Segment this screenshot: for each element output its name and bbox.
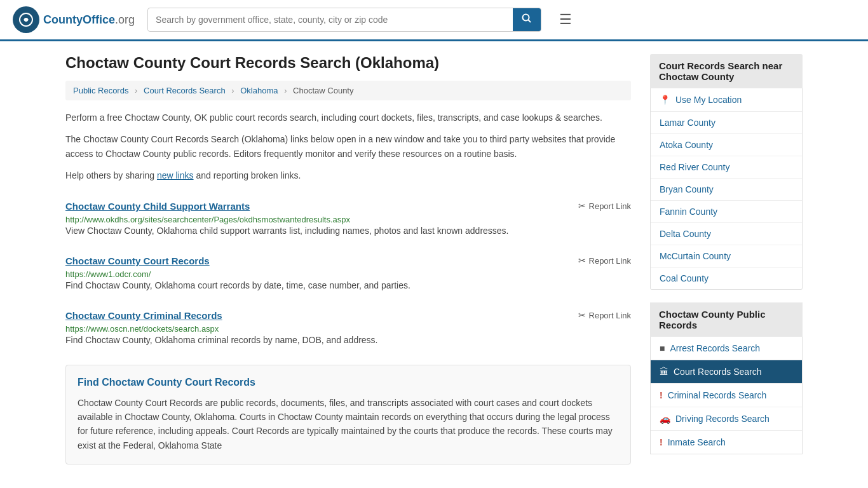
result-url[interactable]: https://www1.odcr.com/ [65,269,151,279]
breadcrumb-link-public-records[interactable]: Public Records [73,86,128,95]
use-my-location-item[interactable]: 📍 Use My Location [651,88,802,112]
inmate-icon: ! [660,437,663,447]
result-item: Choctaw County Criminal Records ✂ Report… [65,310,631,347]
find-section: Find Choctaw County Court Records Chocta… [65,365,631,465]
sidebar-public-list: ■ Arrest Records Search 🏛 Court Records … [650,337,803,454]
sidebar-court-records[interactable]: 🏛 Court Records Search [651,360,802,384]
sidebar: Court Records Search near Choctaw County… [650,54,803,467]
sidebar-county-item[interactable]: Atoka County [651,134,802,156]
sidebar-county-item[interactable]: McCurtain County [651,245,802,268]
logo-text: CountyOffice.org [43,13,135,27]
sidebar-county-item[interactable]: Bryan County [651,179,802,201]
description-block: Perform a free Choctaw County, OK public… [65,111,631,183]
sidebar-public-records-section: Choctaw County Public Records ■ Arrest R… [650,302,803,454]
desc-para-1: Perform a free Choctaw County, OK public… [65,111,631,125]
find-section-title: Find Choctaw County Court Records [78,377,619,388]
svg-line-3 [529,20,531,23]
result-url[interactable]: https://www.oscn.net/dockets/search.aspx [65,324,219,334]
sidebar-criminal-records[interactable]: ! Criminal Records Search [651,384,802,407]
sidebar-driving-records[interactable]: 🚗 Driving Records Search [651,407,802,431]
driving-icon: 🚗 [660,414,670,424]
sidebar-nearby-header: Court Records Search near Choctaw County [650,54,803,88]
sidebar-nearby-list: 📍 Use My Location Lamar County Atoka Cou… [650,88,803,290]
sidebar-arrest-records[interactable]: ■ Arrest Records Search [651,337,802,360]
desc-para-3: Help others by sharing new links and rep… [65,168,631,182]
location-icon: 📍 [660,95,670,105]
result-title[interactable]: Choctaw County Criminal Records [65,310,222,321]
site-header: CountyOffice.org ☰ [0,0,868,41]
report-link-button[interactable]: ✂ Report Link [578,255,631,266]
court-icon: 🏛 [660,367,668,377]
report-icon: ✂ [578,255,586,266]
sidebar-county-item[interactable]: Red River County [651,156,802,179]
criminal-icon: ! [660,390,663,400]
result-desc: Find Choctaw County, Oklahoma criminal r… [65,334,631,347]
sidebar-county-item[interactable]: Lamar County [651,112,802,134]
search-input[interactable] [148,10,513,30]
search-button[interactable] [513,8,541,31]
result-title[interactable]: Choctaw County Court Records [65,255,210,266]
svg-point-1 [24,18,28,22]
result-desc: View Choctaw County, Oklahoma child supp… [65,224,631,238]
page-title: Choctaw County Court Records Search (Okl… [65,54,631,72]
report-link-button[interactable]: ✂ Report Link [578,201,631,211]
new-links-link[interactable]: new links [157,170,194,180]
arrest-icon: ■ [660,343,665,353]
report-icon: ✂ [578,201,586,211]
breadcrumb-current: Choctaw County [293,86,353,95]
result-desc: Find Choctaw County, Oklahoma court reco… [65,279,631,292]
sidebar-public-records-header: Choctaw County Public Records [650,302,803,337]
menu-button[interactable]: ☰ [559,11,572,28]
sidebar-nearby-section: Court Records Search near Choctaw County… [650,54,803,290]
site-logo[interactable]: CountyOffice.org [13,6,135,33]
sidebar-county-item[interactable]: Delta County [651,223,802,245]
desc-para-2: The Choctaw County Court Records Search … [65,132,631,161]
sidebar-inmate-search[interactable]: ! Inmate Search [651,431,802,454]
breadcrumb-link-court-records[interactable]: Court Records Search [144,86,226,95]
result-item: Choctaw County Child Support Warrants ✂ … [65,201,631,238]
result-item: Choctaw County Court Records ✂ Report Li… [65,255,631,292]
sidebar-county-item[interactable]: Fannin County [651,201,802,223]
logo-icon [13,6,39,33]
sidebar-county-item[interactable]: Coal County [651,268,802,289]
svg-point-2 [523,15,529,21]
search-bar [147,8,541,32]
result-title[interactable]: Choctaw County Child Support Warrants [65,201,250,212]
result-url[interactable]: http://www.okdhs.org/sites/searchcenter/… [65,215,350,224]
content-area: Choctaw County Court Records Search (Okl… [65,54,631,467]
breadcrumb: Public Records › Court Records Search › … [65,81,631,100]
report-icon: ✂ [578,310,586,320]
find-section-text: Choctaw County Court Records are public … [78,396,619,453]
breadcrumb-link-oklahoma[interactable]: Oklahoma [240,86,278,95]
report-link-button[interactable]: ✂ Report Link [578,310,631,320]
main-container: Choctaw County Court Records Search (Okl… [53,41,815,480]
